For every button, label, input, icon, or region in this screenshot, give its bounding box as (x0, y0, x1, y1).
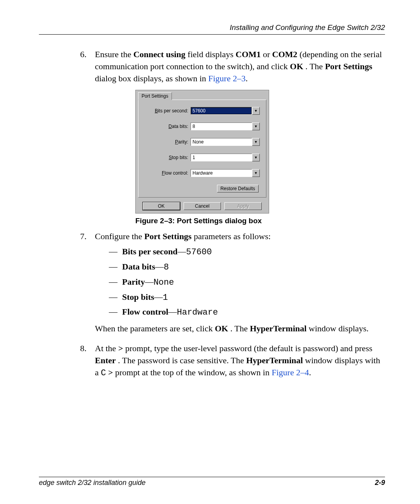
text-bold: COM1 (236, 49, 261, 59)
tab-row: Port Settings (136, 90, 269, 100)
text-mono: C (101, 368, 106, 378)
footer-left: edge switch 2/32 installation guide (39, 479, 145, 487)
text: — (168, 307, 177, 317)
combo-data-bits[interactable]: 8 ▼ (191, 122, 260, 130)
footer-rule (39, 477, 385, 477)
text-bold: Enter (95, 355, 116, 365)
step-8: 8. At the > prompt, type the user-level … (80, 343, 385, 379)
field-flow-control: Flow control: Hardware ▼ (145, 169, 260, 177)
text-bold: OK (290, 61, 303, 71)
text-bold: Stop bits (122, 292, 154, 302)
text-bold: Port Settings (144, 231, 192, 241)
combo-parity[interactable]: None ▼ (191, 138, 260, 146)
text: prompt at the top of the window, as show… (115, 368, 271, 377)
label-flow-control: Flow control: (145, 170, 191, 176)
label-bits-per-second: Bits per second: (145, 108, 191, 114)
tab-port-settings[interactable]: Port Settings (138, 92, 172, 100)
restore-defaults-button[interactable]: Restore Defaults (217, 185, 259, 192)
dash: — (109, 291, 122, 304)
text: Ensure the (95, 49, 133, 59)
restore-row: Restore Defaults (145, 185, 260, 192)
text: . (245, 74, 248, 83)
chevron-down-icon[interactable]: ▼ (252, 154, 260, 161)
chevron-down-icon[interactable]: ▼ (252, 107, 260, 115)
cancel-button[interactable]: Cancel (184, 202, 221, 210)
figure-link[interactable]: Figure 2–3 (208, 74, 246, 83)
text: Configure the (95, 231, 144, 241)
dash: — (109, 246, 122, 259)
chevron-down-icon[interactable]: ▼ (252, 138, 260, 146)
header-rule (39, 34, 385, 35)
chevron-down-icon[interactable]: ▼ (252, 122, 260, 130)
list-item: — Stop bits—1 (109, 291, 385, 304)
text-bold: Connect using (133, 49, 186, 59)
text-bold: > (108, 368, 113, 377)
text: — (178, 247, 186, 256)
field-bits-per-second: Bits per second: 57600 ▼ (145, 107, 260, 115)
text-bold: > (118, 343, 123, 353)
dialog-panel: Bits per second: 57600 ▼ Data bits: 8 ▼ (138, 100, 266, 198)
text-bold: HyperTerminal (246, 355, 303, 365)
text: — (145, 277, 154, 287)
combo-value[interactable]: Hardware (191, 169, 252, 177)
field-stop-bits: Stop bits: 1 ▼ (145, 154, 260, 161)
text: field displays (187, 49, 235, 59)
chevron-down-icon[interactable]: ▼ (252, 169, 260, 177)
combo-flow-control[interactable]: Hardware ▼ (191, 169, 260, 177)
text-bold: Data bits (122, 262, 155, 271)
step-body: Ensure the Connect using field displays … (95, 49, 385, 84)
text-bold: Flow control (122, 307, 168, 317)
label-data-bits: Data bits: (145, 124, 191, 129)
list-item: — Data bits—8 (109, 261, 385, 274)
field-parity: Parity: None ▼ (145, 138, 260, 146)
text: . The (305, 61, 325, 71)
text: When the parameters are set, click (95, 324, 215, 333)
text: . The password is case sensitive. The (118, 355, 246, 365)
text-bold: OK (215, 324, 228, 333)
combo-value[interactable]: 8 (191, 122, 252, 130)
dialog-buttons: OK Cancel Apply (136, 200, 269, 213)
dash: — (109, 276, 122, 289)
text-mono: 57600 (186, 247, 212, 257)
text-mono: None (154, 278, 174, 287)
combo-stop-bits[interactable]: 1 ▼ (191, 154, 260, 161)
label-stop-bits: Stop bits: (145, 155, 191, 160)
combo-value[interactable]: 1 (191, 154, 252, 161)
combo-value[interactable]: None (191, 138, 252, 146)
step-number: 8. (80, 343, 95, 379)
text: or (263, 49, 272, 59)
port-settings-dialog: Port Settings Bits per second: 57600 ▼ D… (135, 90, 269, 214)
text-mono: Hardware (177, 308, 218, 317)
text: At the (95, 343, 118, 353)
step-body: Configure the Port Settings parameters a… (95, 231, 385, 339)
ok-button[interactable]: OK (143, 202, 180, 210)
step-number: 7. (80, 231, 95, 339)
figure-link[interactable]: Figure 2–4 (271, 368, 309, 377)
combo-bits-per-second[interactable]: 57600 ▼ (191, 107, 260, 115)
list-item: — Flow control—Hardware (109, 306, 385, 319)
field-data-bits: Data bits: 8 ▼ (145, 122, 260, 130)
combo-value[interactable]: 57600 (191, 107, 252, 115)
text: . The (230, 324, 250, 333)
step-7: 7. Configure the Port Settings parameter… (80, 231, 385, 339)
text-bold: COM2 (272, 49, 298, 59)
text: dialog box displays, as shown in (95, 74, 208, 83)
footer-page-number: 2-9 (375, 479, 385, 487)
text: — (154, 292, 163, 302)
dash: — (109, 306, 122, 319)
text: window displays. (309, 324, 369, 333)
page-header: Installing and Configuring the Edge Swit… (39, 23, 385, 34)
text-bold: Parity (122, 277, 145, 287)
text-bold: Port Settings (325, 61, 373, 71)
bullet-list: — Bits per second—57600 — Data bits—8 — … (95, 246, 385, 319)
step-body: At the > prompt, type the user-level pas… (95, 343, 385, 379)
figure-caption: Figure 2–3: Port Settings dialog box (135, 217, 385, 225)
dash: — (109, 261, 122, 274)
list-item: — Parity—None (109, 276, 385, 289)
step-6: 6. Ensure the Connect using field displa… (80, 49, 385, 84)
text-bold: HyperTerminal (250, 324, 307, 333)
page-footer: edge switch 2/32 installation guide 2-9 (39, 477, 385, 487)
text: — (155, 262, 164, 271)
text: prompt, type the user-level password (th… (125, 343, 373, 353)
figure-2-3: Port Settings Bits per second: 57600 ▼ D… (135, 90, 385, 225)
